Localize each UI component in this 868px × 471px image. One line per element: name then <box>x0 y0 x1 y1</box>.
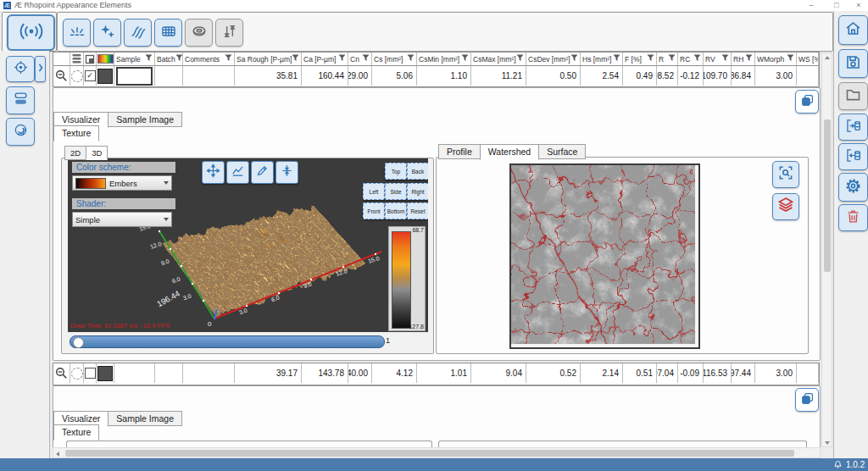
filter-funnel-icon[interactable] <box>570 54 578 64</box>
filter-funnel-icon[interactable] <box>693 54 701 64</box>
analysis-tab-profile[interactable]: Profile <box>438 144 481 159</box>
viewer-tab-2d[interactable]: 2D <box>64 146 86 160</box>
filter-funnel-icon[interactable] <box>787 54 794 64</box>
column-header-csmax-mm[interactable]: CsMax [mm²] <box>471 53 526 66</box>
filter-funnel-icon[interactable] <box>721 54 729 64</box>
scroll-left-arrow[interactable] <box>56 452 59 457</box>
view-bottom-button[interactable]: Bottom <box>385 202 407 219</box>
cell-comments[interactable] <box>183 66 235 86</box>
cell-sample[interactable] <box>114 66 155 86</box>
import-data-button[interactable] <box>838 143 868 170</box>
column-header-cn[interactable]: Cn <box>348 53 372 66</box>
column-header-csmin-mm[interactable]: CsMin [mm²] <box>417 53 471 66</box>
column-header-batch[interactable]: Batch <box>155 53 183 66</box>
horizontal-scrollbar[interactable] <box>53 447 821 458</box>
cell-csdev-mm[interactable]: 0.50 <box>526 66 581 86</box>
cell-hs-mm[interactable]: 2.14 <box>581 363 623 383</box>
ring-analysis-button[interactable] <box>185 19 213 47</box>
cell-batch[interactable] <box>155 363 183 383</box>
column-header-hs-mm[interactable]: Hs [mm²] <box>581 53 623 66</box>
column-header-rh[interactable]: RH <box>732 53 755 66</box>
column-header-ws[interactable]: WS [% <box>797 53 819 66</box>
filter-funnel-icon[interactable] <box>461 54 469 64</box>
row-select-cell[interactable] <box>84 363 97 383</box>
filter-funnel-icon[interactable] <box>175 54 183 64</box>
texture-analysis-button[interactable] <box>124 19 152 47</box>
h-scrollbar-thumb[interactable] <box>65 450 794 457</box>
viewer-tab-3d[interactable]: 3D <box>86 146 108 160</box>
cell-csmax-mm[interactable]: 11.21 <box>471 66 526 86</box>
tab-sample-image[interactable]: Sample Image <box>108 112 182 127</box>
filter-funnel-icon[interactable] <box>292 54 299 64</box>
cell-f[interactable]: 0.51 <box>623 363 657 383</box>
cell-ca-p-m[interactable]: 160.44 <box>302 66 348 86</box>
cell-sample[interactable] <box>114 363 155 383</box>
cell-cs-mm[interactable]: 5.06 <box>372 66 417 86</box>
column-header-rv[interactable]: RV <box>704 53 732 66</box>
cell-rh[interactable]: 86.84 <box>732 66 755 86</box>
table-row[interactable]: 39.17143.7840.004.121.019.040.522.140.51… <box>53 363 819 383</box>
v-scrollbar-thumb[interactable] <box>824 119 831 272</box>
column-header-comments[interactable]: Comments <box>183 53 235 66</box>
panel2-tab-sample-image[interactable]: Sample Image <box>108 411 182 426</box>
view-left-button[interactable]: Left <box>363 183 385 200</box>
cell-r[interactable]: 98.52 <box>657 66 678 86</box>
level-surface-button[interactable] <box>275 161 298 184</box>
row-checkbox[interactable]: ✓ <box>85 70 96 81</box>
view-back-button[interactable]: Back <box>407 163 428 180</box>
cell-ws[interactable] <box>797 363 819 383</box>
scroll-down-arrow[interactable] <box>825 441 830 445</box>
cell-cn[interactable]: 29.00 <box>348 66 372 86</box>
minimize-button[interactable]: – <box>802 0 821 10</box>
view-front-button[interactable]: Front <box>363 202 385 219</box>
column-header-f[interactable]: F [%] <box>623 53 657 66</box>
profile-plot-button[interactable] <box>226 161 249 184</box>
duplicate-view-button[interactable] <box>795 90 819 114</box>
save-button[interactable] <box>838 49 868 78</box>
filter-funnel-icon[interactable] <box>613 54 620 64</box>
filter-funnel-icon[interactable] <box>516 54 524 64</box>
view-side-button[interactable]: Side <box>385 183 407 200</box>
close-button[interactable]: × <box>849 0 868 10</box>
slider-handle[interactable] <box>73 337 84 348</box>
color-scheme-dropdown[interactable]: Embers <box>72 175 172 191</box>
view-reset-button[interactable]: Reset <box>407 202 428 219</box>
cell-cs-mm[interactable]: 4.12 <box>372 363 417 383</box>
column-header-r[interactable]: R <box>657 53 678 66</box>
cell-f[interactable]: 0.49 <box>623 66 657 86</box>
column-header-sample[interactable]: Sample <box>114 53 155 66</box>
cell-csmin-mm[interactable]: 1.10 <box>417 66 471 86</box>
target-tool-button[interactable] <box>6 56 35 82</box>
haze-analysis-button[interactable] <box>63 19 91 47</box>
cell-hs-mm[interactable]: 2.54 <box>581 66 623 86</box>
delete-button[interactable] <box>838 204 868 231</box>
view-right-button[interactable]: Right <box>407 183 428 200</box>
row-checkbox[interactable] <box>85 368 96 379</box>
column-header-wmorph[interactable]: WMorph <box>755 53 797 66</box>
panel2-subtab-texture[interactable]: Texture <box>53 424 99 441</box>
cell-rv[interactable]: 116.53 <box>704 363 732 383</box>
viewer-3d-canvas[interactable]: 3.06.09.012.015.03.06.09.012.015.0 196.4… <box>68 158 428 332</box>
measure-button[interactable] <box>7 14 55 51</box>
aperture-tool-button[interactable] <box>6 118 35 146</box>
column-header-cs-mm[interactable]: Cs [mm²] <box>372 53 417 66</box>
vertical-scrollbar[interactable] <box>821 53 832 447</box>
annotate-button[interactable] <box>251 161 274 184</box>
sparkle-analysis-button[interactable] <box>93 19 121 47</box>
cell-sa-rough-p-m[interactable]: 35.81 <box>235 66 302 86</box>
column-header-ca-p-m[interactable]: Ca [P-µm] <box>302 53 348 66</box>
cell-csdev-mm[interactable]: 0.52 <box>526 363 581 383</box>
cell-cn[interactable]: 40.00 <box>348 363 372 383</box>
analysis-tab-watershed[interactable]: Watershed <box>480 144 539 160</box>
maximize-button[interactable]: □ <box>827 0 846 10</box>
pan-tool-button[interactable] <box>202 161 225 184</box>
settings-button[interactable] <box>838 173 868 202</box>
column-header-rc[interactable]: RC <box>678 53 704 66</box>
expand-chevron-button[interactable] <box>35 56 46 82</box>
level-analysis-button[interactable] <box>215 19 243 47</box>
filter-funnel-icon[interactable] <box>647 54 654 64</box>
layers-tool-button[interactable] <box>6 86 35 114</box>
shader-dropdown[interactable]: Simple <box>72 212 172 227</box>
cell-sa-rough-p-m[interactable]: 39.17 <box>235 363 302 383</box>
subtab-texture[interactable]: Texture <box>53 125 99 141</box>
